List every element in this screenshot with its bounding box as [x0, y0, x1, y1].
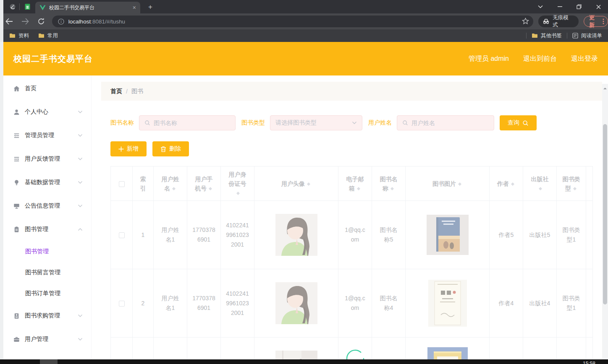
sort-caret-icon[interactable] — [236, 190, 241, 197]
bookmark-star-icon[interactable] — [522, 18, 529, 25]
book-type-select[interactable]: 请选择图书类型 — [270, 115, 362, 130]
sidebar-item-home[interactable]: 首页 — [3, 77, 91, 100]
bookmarks-separator — [567, 33, 567, 39]
user-avatar-image[interactable] — [275, 214, 317, 256]
book-table: 索引 用户姓名 用户手机号 用户身份证号 用户头像 电子邮箱 图书名称 图书图片… — [110, 166, 593, 359]
sidebar-subitem-book-order-management[interactable]: 图书订单管理 — [3, 283, 91, 304]
sort-caret-icon[interactable] — [171, 185, 176, 192]
site-info-icon[interactable] — [58, 18, 64, 25]
book-cover-image[interactable] — [427, 347, 468, 359]
sidebar-item-personal-center[interactable]: 个人中心 — [3, 100, 91, 124]
sort-caret-icon[interactable] — [457, 181, 462, 187]
chevron-down-icon — [78, 314, 83, 317]
cell-user-name — [154, 338, 187, 360]
incognito-spy-icon — [542, 18, 550, 24]
pinned-tab-sheets-icon[interactable] — [24, 3, 31, 10]
window-controls — [531, 0, 608, 13]
user-name-label: 用户姓名 — [368, 119, 392, 127]
bookmark-folder-ziliao[interactable]: 资料 — [9, 32, 29, 39]
scrollbar-thumb[interactable] — [603, 124, 607, 304]
pinned-tab-globe-icon[interactable] — [9, 3, 16, 10]
book-cover-image[interactable] — [428, 280, 467, 327]
sidebar-item-admin-management[interactable]: 管理员管理 — [3, 124, 91, 147]
delete-button[interactable]: 删除 — [152, 141, 189, 156]
chevron-down-icon — [78, 110, 83, 114]
cell-user-name: 用户姓名1 — [154, 201, 187, 269]
active-browser-tab[interactable]: 校园二手书交易平台 × — [35, 2, 140, 13]
book-name-input[interactable] — [154, 120, 230, 126]
minimize-icon[interactable] — [550, 0, 569, 13]
table-row[interactable] — [111, 338, 593, 360]
forward-icon[interactable] — [18, 15, 32, 28]
add-button[interactable]: 新增 — [110, 141, 147, 156]
sidebar-subitem-book-management[interactable]: 图书管理 — [3, 241, 91, 262]
tab-search-chevron-icon[interactable] — [531, 0, 550, 13]
scrollbar-up-arrow-icon[interactable] — [603, 86, 607, 89]
sort-caret-icon[interactable] — [538, 185, 543, 192]
user-name-input-wrap — [397, 115, 494, 130]
new-tab-button[interactable]: + — [145, 2, 155, 12]
taskbar-app-segment[interactable] — [40, 359, 58, 364]
plus-icon — [118, 146, 124, 152]
cell-publisher — [523, 338, 557, 360]
address-bar[interactable]: localhost:8081/#/tushu — [52, 16, 533, 27]
book-cover-image[interactable] — [427, 215, 469, 255]
vue-logo-icon — [39, 5, 46, 10]
reload-icon[interactable] — [34, 15, 48, 28]
cell-phone: 17703786901 — [187, 269, 221, 338]
reading-list-button[interactable]: 阅读清单 — [572, 32, 602, 39]
breadcrumb-home[interactable]: 首页 — [110, 88, 122, 95]
cell-id-card: 410224199610232001 — [221, 201, 254, 269]
update-label: 更新 — [589, 14, 600, 29]
sort-caret-icon[interactable] — [572, 185, 577, 192]
logout-link[interactable]: 退出登录 — [571, 55, 598, 63]
breadcrumb-current: 图书 — [131, 88, 143, 95]
url-text: localhost:8081/#/tushu — [68, 18, 125, 25]
breadcrumb: 首页 / 图书 — [101, 82, 602, 101]
update-button[interactable]: 更新 — [584, 16, 608, 27]
cell-index: 1 — [133, 201, 154, 269]
sidebar-item-user-management[interactable]: 用户管理 — [3, 328, 91, 351]
sidebar-item-feedback-management[interactable]: 用户反馈管理 — [3, 147, 91, 171]
exit-to-front-link[interactable]: 退出到前台 — [523, 55, 557, 63]
user-avatar-image[interactable] — [275, 282, 317, 324]
sidebar-item-book-management[interactable]: 图书管理 — [3, 218, 91, 241]
book-name-label: 图书名称 — [110, 119, 134, 127]
select-all-checkbox[interactable] — [119, 181, 125, 187]
sidebar-item-book-purchase-management[interactable]: 图书求购管理 — [3, 304, 91, 328]
search-button[interactable]: 查询 — [500, 115, 537, 130]
bookmark-folder-changyong[interactable]: 常用 — [38, 32, 58, 39]
cell-book-name: 图书名称5 — [372, 201, 406, 269]
restore-icon[interactable] — [569, 0, 589, 13]
cell-avatar — [254, 338, 338, 360]
sort-caret-icon[interactable] — [390, 185, 395, 192]
sort-caret-icon[interactable] — [306, 181, 311, 187]
user-name-input[interactable] — [411, 120, 489, 126]
row-checkbox[interactable] — [119, 232, 125, 238]
bulb-icon — [13, 179, 20, 186]
tab-title: 校园二手书交易平台 — [49, 4, 129, 11]
sort-caret-icon[interactable] — [356, 185, 361, 192]
cell-publisher: 出版社4 — [523, 269, 557, 338]
sidebar-item-basic-data-management[interactable]: 基础数据管理 — [3, 171, 91, 194]
back-icon[interactable] — [3, 15, 16, 28]
browser-menu-dots-icon[interactable] — [603, 18, 604, 24]
sidebar-item-announcement-management[interactable]: 公告信息管理 — [3, 194, 91, 218]
sort-caret-icon[interactable] — [510, 181, 515, 187]
cell-phone: 17703786901 — [187, 201, 221, 269]
browser-tab-bar: 校园二手书交易平台 × + — [0, 0, 608, 13]
chevron-down-icon — [352, 121, 357, 125]
admin-label: 管理员 admin — [469, 55, 509, 63]
table-row[interactable]: 2 用户姓名1 17703786901 410224199610232001 1… — [111, 269, 593, 338]
close-window-icon[interactable] — [589, 0, 608, 13]
table-row[interactable]: 1 用户姓名1 17703786901 410224199610232001 1… — [111, 201, 593, 269]
cell-book-type: 图书类型1 — [557, 269, 586, 338]
page-scrollbar[interactable] — [602, 84, 608, 359]
sidebar-subitem-book-comment-management[interactable]: 图书留言管理 — [3, 262, 91, 283]
other-bookmarks-folder[interactable]: 其他书签 — [532, 32, 562, 39]
sort-caret-icon[interactable] — [208, 185, 213, 192]
row-checkbox[interactable] — [119, 301, 125, 307]
cell-user-name: 用户姓名1 — [154, 269, 187, 338]
user-avatar-image[interactable] — [275, 351, 317, 359]
tab-close-icon[interactable]: × — [133, 5, 136, 10]
